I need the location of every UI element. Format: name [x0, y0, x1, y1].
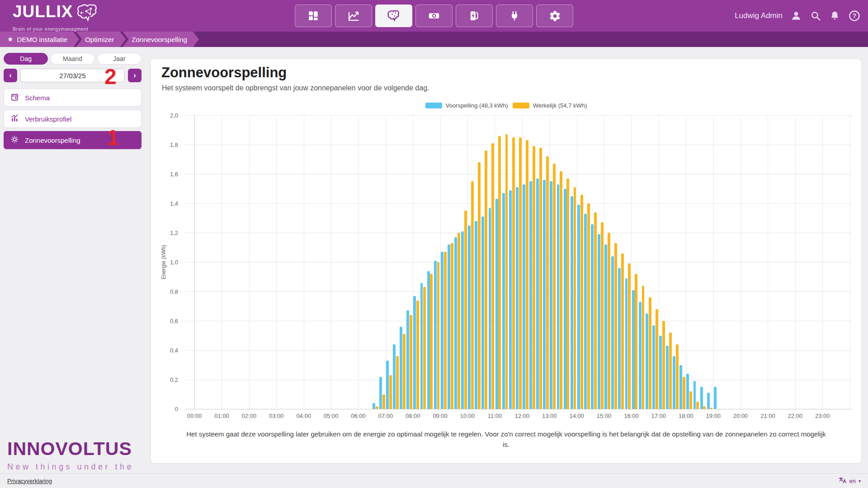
bar-werkelijk [703, 406, 706, 409]
breadcrumb: ★ DEMO installatie Optimizer Zonnevoorsp… [0, 32, 868, 47]
header-bar: JULLIX Brain of your energymanagment [0, 0, 868, 32]
gridline-vertical [713, 115, 714, 409]
help-icon[interactable]: ? [848, 9, 861, 22]
y-tick-label: 0,6 [170, 318, 178, 324]
legend-item-werkelijk[interactable]: Werkelijk (54,7 kWh) [513, 102, 587, 109]
bar-werkelijk [574, 187, 576, 409]
nav-plug-button[interactable] [496, 5, 533, 27]
annotation-step-1: 1 [107, 127, 119, 149]
bar-voorspelling [659, 336, 662, 409]
bar-voorspelling [373, 403, 375, 409]
bar-werkelijk [423, 287, 426, 409]
bar-voorspelling [564, 189, 566, 409]
x-tick-label: 16:00 [624, 413, 639, 419]
footnote-line-2: is. [160, 439, 852, 450]
legend-swatch-voorspelling [425, 103, 442, 108]
main-nav [295, 5, 573, 27]
bar-voorspelling [406, 310, 409, 409]
sidebar-menu: Schema Verbruiksprofiel [4, 89, 142, 149]
nav-settings-button[interactable] [536, 5, 573, 27]
bar-werkelijk [628, 263, 631, 409]
y-tick-label: 1,2 [170, 230, 178, 236]
tab-maand[interactable]: Maand [50, 53, 94, 65]
bar-voorspelling [625, 278, 628, 409]
legend-item-voorspelling[interactable]: Voorspelling (48,3 kWh) [425, 102, 508, 109]
bar-werkelijk [560, 171, 562, 409]
language-selector[interactable]: en ▾ [839, 477, 861, 485]
tab-label: Dag [20, 55, 32, 62]
notifications-bell-icon[interactable] [829, 10, 840, 22]
nav-optimizer-button[interactable] [375, 5, 412, 27]
sidebar-item-verbruiksprofiel[interactable]: Verbruiksprofiel [4, 110, 142, 128]
bar-voorspelling [550, 181, 552, 409]
sun-icon [10, 135, 19, 145]
bar-voorspelling [686, 374, 689, 409]
x-tick-label: 22:00 [788, 413, 803, 419]
bar-voorspelling [618, 268, 621, 409]
bar-voorspelling [400, 327, 402, 409]
bar-werkelijk [505, 134, 508, 409]
breadcrumb-label: DEMO installatie [17, 36, 67, 43]
bar-voorspelling [536, 178, 539, 409]
bar-werkelijk [512, 137, 515, 409]
bar-werkelijk [437, 262, 440, 409]
gridline-vertical [276, 115, 277, 409]
nav-dashboard-button[interactable] [295, 5, 332, 27]
translate-icon [839, 477, 847, 485]
breadcrumb-installation[interactable]: ★ DEMO installatie [0, 32, 79, 47]
y-tick-label: 0,4 [170, 347, 178, 354]
bar-werkelijk [566, 178, 569, 409]
bar-voorspelling [529, 181, 532, 409]
gridline-vertical [194, 115, 195, 409]
bar-voorspelling [714, 387, 717, 409]
bar-werkelijk [389, 375, 392, 409]
x-tick-label: 06:00 [351, 413, 366, 419]
tab-jaar[interactable]: Jaar [97, 53, 142, 65]
search-icon[interactable] [810, 10, 821, 22]
privacy-link[interactable]: Privacyverklaring [7, 478, 52, 484]
ev-charger-icon [468, 10, 480, 22]
gridline-vertical [741, 115, 741, 409]
x-tick-label: 01:00 [214, 413, 229, 419]
bar-voorspelling [666, 346, 669, 409]
gridline-horizontal [185, 409, 852, 409]
user-avatar-icon[interactable] [790, 10, 802, 22]
breadcrumb-optimizer[interactable]: Optimizer [76, 32, 126, 47]
brain-logo-icon [75, 3, 101, 27]
tab-label: Maand [63, 55, 82, 62]
star-icon: ★ [7, 35, 13, 43]
bar-voorspelling [673, 356, 675, 409]
bar-voorspelling [557, 184, 560, 409]
y-tick-label: 1,0 [170, 259, 178, 266]
bar-voorspelling [468, 225, 471, 409]
breadcrumb-zonnevoorspelling[interactable]: Zonnevoorspelling [123, 32, 199, 47]
bar-werkelijk [376, 406, 378, 409]
y-tick-label: 0,8 [170, 288, 178, 295]
y-tick-label: 1,4 [170, 200, 178, 207]
nav-billing-button[interactable] [415, 5, 453, 27]
bar-werkelijk [526, 140, 528, 409]
bar-werkelijk [635, 274, 637, 409]
gridline-vertical [358, 115, 359, 409]
tab-label: Jaar [113, 55, 125, 62]
bar-werkelijk [587, 203, 590, 409]
bar-voorspelling [502, 193, 505, 409]
bar-voorspelling [448, 244, 450, 409]
bar-voorspelling [584, 214, 587, 409]
nav-ev-charger-button[interactable] [456, 5, 493, 27]
bar-voorspelling [509, 190, 512, 409]
next-day-button[interactable]: › [128, 69, 142, 82]
y-tick-label: 0,2 [170, 376, 178, 383]
svg-text:?: ? [853, 12, 857, 19]
nav-analytics-button[interactable] [335, 5, 372, 27]
x-tick-label: 03:00 [269, 413, 284, 419]
language-code: en [849, 478, 856, 484]
x-tick-label: 14:00 [569, 413, 584, 419]
sidebar-item-zonnevoorspelling[interactable]: Zonnevoorspelling [4, 131, 142, 149]
sidebar-item-schema[interactable]: Schema [4, 89, 142, 107]
previous-day-button[interactable]: ‹ [4, 69, 17, 82]
gridline-vertical [822, 115, 823, 409]
bar-voorspelling [646, 314, 648, 409]
tab-dag[interactable]: Dag [4, 53, 48, 65]
app-logo[interactable]: JULLIX Brain of your energymanagment [13, 3, 101, 32]
